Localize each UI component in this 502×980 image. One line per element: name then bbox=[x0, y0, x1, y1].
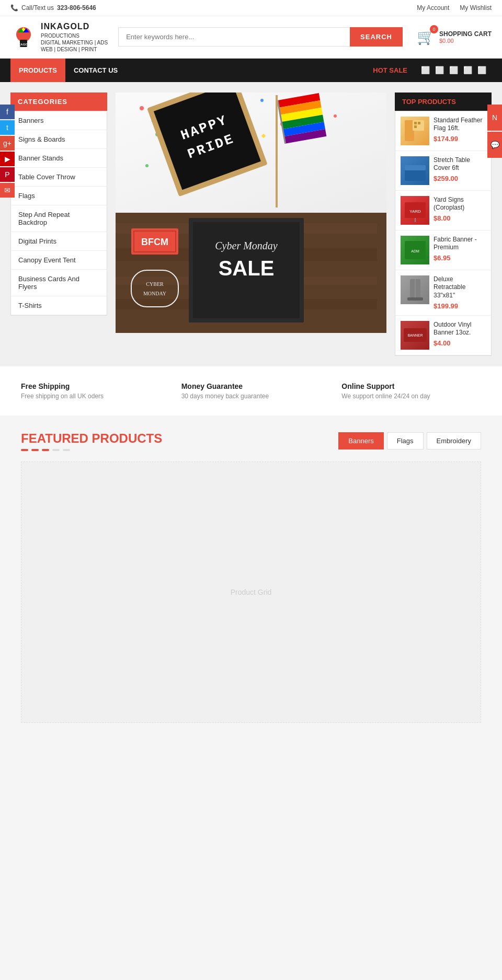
right-icon-2[interactable]: 💬 bbox=[487, 132, 502, 158]
product-price-feather: $174.99 bbox=[433, 135, 486, 143]
tab-banners[interactable]: Banners bbox=[338, 432, 383, 449]
tab-flags[interactable]: Flags bbox=[387, 432, 424, 449]
svg-text:MONDAY: MONDAY bbox=[143, 291, 166, 296]
svg-text:SALE: SALE bbox=[219, 257, 275, 280]
nav-contact[interactable]: CONTACT US bbox=[65, 59, 126, 82]
logo[interactable]: INKAGOLD INKAGOLD PRODUCTIONS DIGITAL MA… bbox=[10, 21, 108, 53]
product-item-table-cover[interactable]: Stretch Table Cover 6ft $259.00 bbox=[395, 151, 491, 191]
pi-nav-icon[interactable]: ⬜ bbox=[477, 66, 486, 74]
hero-section: HAPPY PRIDE bbox=[116, 93, 386, 356]
svg-text:YARD: YARD bbox=[409, 209, 421, 214]
nav-social-icons: ⬜ ⬜ ⬜ ⬜ ⬜ bbox=[416, 66, 492, 74]
svg-rect-23 bbox=[261, 134, 266, 138]
category-step-repeat[interactable]: Step And Repeat Backdrop bbox=[11, 205, 107, 232]
hot-sale-label: HOT SALE bbox=[364, 66, 416, 74]
category-digital-prints[interactable]: Digital Prints bbox=[11, 232, 107, 251]
product-grid-placeholder: Product Grid bbox=[231, 588, 272, 596]
feature-support-desc: We support online 24/24 on day bbox=[341, 393, 481, 400]
cart-label: SHOPPING CART bbox=[439, 30, 492, 38]
phone-section: 📞 Call/Text us 323-806-5646 bbox=[10, 4, 96, 11]
product-item-feather-flag[interactable]: Standard Feather Flag 16ft. $174.99 bbox=[395, 111, 491, 151]
featured-section: FEATURED PRODUCTS Banners Flags Embroide… bbox=[0, 416, 502, 739]
fb-nav-icon[interactable]: ⬜ bbox=[421, 66, 430, 74]
svg-rect-54 bbox=[414, 125, 417, 128]
youtube-side-icon[interactable]: ▶ bbox=[0, 152, 15, 166]
logo-icon: INKAGOLD bbox=[10, 24, 37, 50]
logo-sub3: WEB | DESIGN | PRINT bbox=[41, 46, 108, 53]
product-name-fabric: Fabric Banner - Premium bbox=[433, 236, 486, 252]
main-container: CATEGORIES Banners Signs & Boards Banner… bbox=[0, 82, 502, 366]
product-info-vinyl: Outdoor Vinyl Banner 13oz. $4.00 bbox=[433, 321, 486, 350]
side-icons-right: N 💬 bbox=[487, 105, 502, 159]
product-item-fabric-banner[interactable]: ADM Fabric Banner - Premium $6.95 bbox=[395, 230, 491, 270]
category-canopy-tent[interactable]: Canopy Event Tent bbox=[11, 251, 107, 270]
cart-icon-wrap: 🛒 0 bbox=[417, 28, 435, 45]
phone-number[interactable]: 323-806-5646 bbox=[57, 4, 96, 11]
svg-text:BANNER: BANNER bbox=[407, 333, 423, 337]
featured-dots bbox=[21, 449, 162, 451]
my-account-link[interactable]: My Account bbox=[417, 4, 449, 11]
cart-total: $0.00 bbox=[439, 38, 492, 44]
feature-money-guarantee: Money Guarantee 30 days money back guara… bbox=[181, 382, 321, 400]
category-table-cover[interactable]: Table Cover Throw bbox=[11, 168, 107, 187]
tab-embroidery[interactable]: Embroidery bbox=[427, 432, 481, 449]
dot-1 bbox=[21, 449, 28, 451]
svg-rect-53 bbox=[418, 122, 420, 124]
featured-title: FEATURED PRODUCTS bbox=[21, 431, 162, 446]
svg-rect-52 bbox=[414, 122, 417, 124]
right-icon-1[interactable]: N bbox=[487, 105, 502, 131]
twitter-side-icon[interactable]: t bbox=[0, 120, 15, 135]
product-info-yard: Yard Signs (Coroplast) $8.00 bbox=[433, 196, 486, 225]
product-thumb-feather bbox=[401, 117, 429, 145]
product-name-retractable: Deluxe Retractable 33"x81" bbox=[433, 275, 486, 300]
logo-sub2: DIGITAL MARKETING | ADS bbox=[41, 39, 108, 46]
retractable-icon bbox=[402, 276, 428, 303]
top-products-highlight: TOP bbox=[402, 98, 416, 106]
tw-nav-icon[interactable]: ⬜ bbox=[435, 66, 444, 74]
nav-products[interactable]: PRODUCTS bbox=[10, 59, 65, 82]
category-banner-stands[interactable]: Banner Stands bbox=[11, 149, 107, 168]
svg-text:Cyber Monday: Cyber Monday bbox=[215, 240, 278, 252]
wishlist-link[interactable]: My Wishlist bbox=[460, 4, 492, 11]
features-section: Free Shipping Free shipping on all UK od… bbox=[0, 366, 502, 416]
message-side-icon[interactable]: ✉ bbox=[0, 183, 15, 198]
feature-support-title: Online Support bbox=[341, 382, 481, 390]
svg-text:BFCM: BFCM bbox=[141, 237, 168, 247]
category-flags[interactable]: Flags bbox=[11, 187, 107, 205]
featured-highlight: FEATURED bbox=[21, 431, 88, 445]
product-info-table: Stretch Table Cover 6ft $259.00 bbox=[433, 156, 486, 185]
top-products-header: TOP PRODUCTS bbox=[395, 93, 492, 111]
search-button[interactable]: SEARCH bbox=[350, 27, 403, 47]
cart-info: SHOPPING CART $0.00 bbox=[439, 30, 492, 44]
category-banners[interactable]: Banners bbox=[11, 111, 107, 130]
feature-online-support: Online Support We support online 24/24 o… bbox=[341, 382, 481, 400]
category-tshirts[interactable]: T-Shirts bbox=[11, 296, 107, 315]
facebook-side-icon[interactable]: f bbox=[0, 105, 15, 119]
category-signs-boards[interactable]: Signs & Boards bbox=[11, 130, 107, 149]
svg-text:INKAGOLD: INKAGOLD bbox=[15, 43, 32, 46]
product-name-yard: Yard Signs (Coroplast) bbox=[433, 196, 486, 212]
product-item-retractable[interactable]: Deluxe Retractable 33"x81" $199.99 bbox=[395, 270, 491, 316]
category-business-cards[interactable]: Business Cards And Flyers bbox=[11, 270, 107, 296]
feather-flag-icon bbox=[402, 118, 428, 144]
feature-free-shipping: Free Shipping Free shipping on all UK od… bbox=[21, 382, 161, 400]
featured-rest: PRODUCTS bbox=[92, 431, 163, 445]
nav: PRODUCTS CONTACT US HOT SALE ⬜ ⬜ ⬜ ⬜ ⬜ bbox=[0, 59, 502, 82]
categories-header: CATEGORIES bbox=[10, 93, 107, 111]
sidebar: CATEGORIES Banners Signs & Boards Banner… bbox=[10, 93, 107, 356]
product-item-yard-sign[interactable]: YARD Yard Signs (Coroplast) $8.00 bbox=[395, 191, 491, 230]
yt-nav-icon[interactable]: ⬜ bbox=[463, 66, 472, 74]
product-price-table: $259.00 bbox=[433, 175, 486, 182]
svg-rect-63 bbox=[407, 297, 423, 301]
pinterest-side-icon[interactable]: P bbox=[0, 167, 15, 182]
confetti-svg: HAPPY PRIDE bbox=[116, 93, 386, 213]
svg-point-18 bbox=[334, 114, 337, 118]
top-products-panel: TOP PRODUCTS Standard Feather Flag 16ft. bbox=[395, 93, 492, 356]
google-side-icon[interactable]: g+ bbox=[0, 136, 15, 151]
product-grid-area: Product Grid bbox=[21, 462, 481, 723]
search-input[interactable] bbox=[118, 27, 350, 47]
gp-nav-icon[interactable]: ⬜ bbox=[449, 66, 458, 74]
product-item-vinyl-banner[interactable]: BANNER Outdoor Vinyl Banner 13oz. $4.00 bbox=[395, 316, 491, 355]
cart-section[interactable]: 🛒 0 SHOPPING CART $0.00 bbox=[413, 28, 492, 45]
product-list: Standard Feather Flag 16ft. $174.99 Stre… bbox=[395, 111, 492, 356]
